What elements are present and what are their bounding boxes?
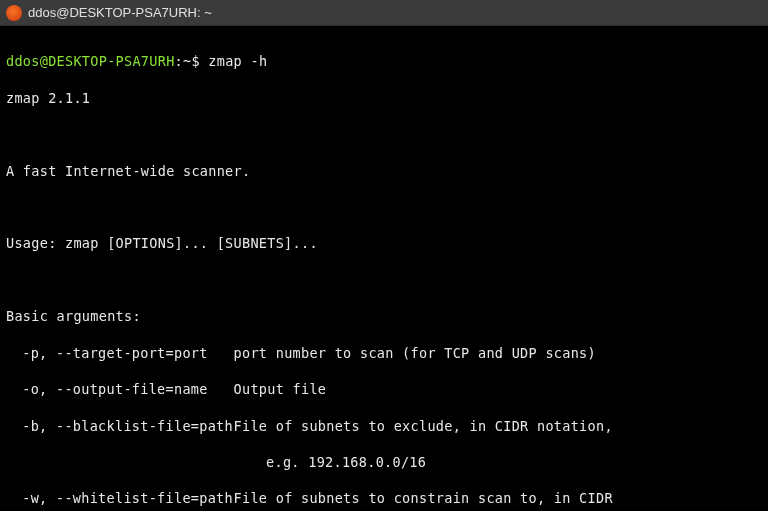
arg-row: -p, --target-port=portport number to sca… (6, 344, 762, 362)
prompt-host: DESKTOP-PSA7URH (48, 53, 174, 69)
blank-line (6, 271, 762, 289)
arg-row: -o, --output-file=nameOutput file (6, 380, 762, 398)
output-version: zmap 2.1.1 (6, 89, 762, 107)
prompt-symbol: $ (191, 53, 199, 69)
ubuntu-icon (6, 5, 22, 21)
section-basic: Basic arguments: (6, 307, 762, 325)
prompt-at: @ (40, 53, 48, 69)
arg-desc: File of subnets to constrain scan to, in… (234, 489, 613, 507)
output-tagline: A fast Internet-wide scanner. (6, 162, 762, 180)
terminal-pane[interactable]: ddos@DESKTOP-PSA7URH:~$ zmap -h zmap 2.1… (0, 26, 768, 511)
blank-line (6, 198, 762, 216)
arg-desc-cont: e.g. 192.168.0.0/16 (6, 453, 762, 471)
arg-flag: -p, --target-port=port (6, 344, 234, 362)
arg-row: -b, --blacklist-file=pathFile of subnets… (6, 417, 762, 435)
window-title: ddos@DESKTOP-PSA7URH: ~ (28, 4, 212, 22)
typed-command: zmap -h (208, 53, 267, 69)
arg-flag: -b, --blacklist-file=path (6, 417, 234, 435)
prompt-line: ddos@DESKTOP-PSA7URH:~$ zmap -h (6, 52, 762, 70)
arg-row: -w, --whitelist-file=pathFile of subnets… (6, 489, 762, 507)
blank-line (6, 125, 762, 143)
arg-desc: Output file (234, 380, 327, 398)
window-titlebar[interactable]: ddos@DESKTOP-PSA7URH: ~ (0, 0, 768, 26)
arg-desc: File of subnets to exclude, in CIDR nota… (234, 417, 613, 435)
arg-flag: -w, --whitelist-file=path (6, 489, 234, 507)
arg-desc: port number to scan (for TCP and UDP sca… (234, 344, 596, 362)
arg-flag: -o, --output-file=name (6, 380, 234, 398)
prompt-user: ddos (6, 53, 40, 69)
prompt-colon: : (175, 53, 183, 69)
output-usage: Usage: zmap [OPTIONS]... [SUBNETS]... (6, 234, 762, 252)
